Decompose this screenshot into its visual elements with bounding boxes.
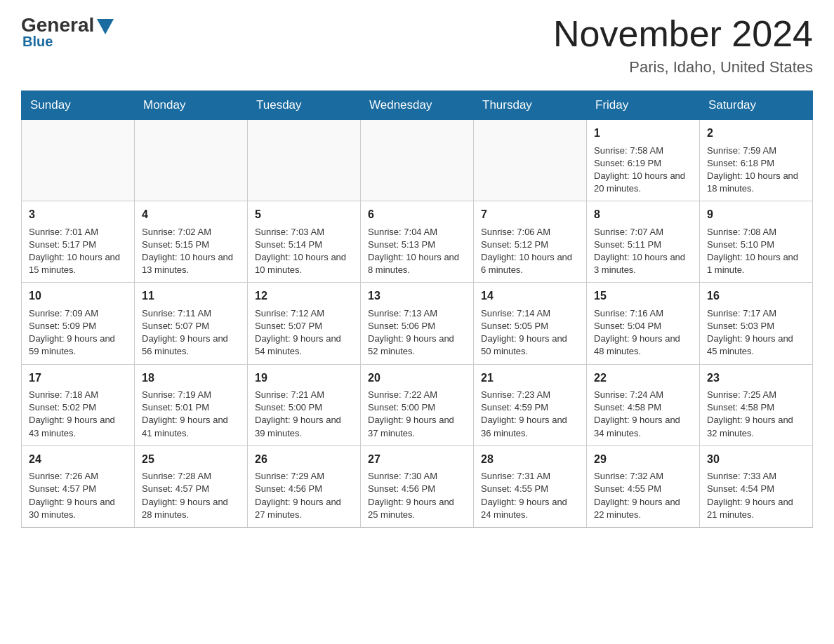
calendar-cell <box>361 120 474 201</box>
day-info: Sunrise: 7:31 AMSunset: 4:55 PMDaylight:… <box>481 470 579 521</box>
calendar-cell: 25Sunrise: 7:28 AMSunset: 4:57 PMDayligh… <box>135 445 248 527</box>
day-info: Sunrise: 7:16 AMSunset: 5:04 PMDaylight:… <box>594 307 692 358</box>
day-number: 15 <box>594 288 692 304</box>
day-number: 8 <box>594 207 692 222</box>
day-info: Sunrise: 7:18 AMSunset: 5:02 PMDaylight:… <box>29 389 127 440</box>
day-info: Sunrise: 7:26 AMSunset: 4:57 PMDaylight:… <box>29 470 127 521</box>
day-info: Sunrise: 7:25 AMSunset: 4:58 PMDaylight:… <box>707 389 805 440</box>
calendar-cell: 12Sunrise: 7:12 AMSunset: 5:07 PMDayligh… <box>248 283 361 364</box>
day-number: 22 <box>594 370 692 386</box>
calendar-cell <box>248 120 361 201</box>
day-info: Sunrise: 7:30 AMSunset: 4:56 PMDaylight:… <box>368 470 466 521</box>
day-number: 2 <box>707 126 805 141</box>
calendar-cell: 21Sunrise: 7:23 AMSunset: 4:59 PMDayligh… <box>474 364 587 445</box>
day-info: Sunrise: 7:17 AMSunset: 5:03 PMDaylight:… <box>707 307 805 358</box>
logo-triangle-icon <box>97 19 114 34</box>
day-info: Sunrise: 7:59 AMSunset: 6:18 PMDaylight:… <box>707 145 805 196</box>
calendar-cell: 9Sunrise: 7:08 AMSunset: 5:10 PMDaylight… <box>700 201 813 283</box>
day-info: Sunrise: 7:03 AMSunset: 5:14 PMDaylight:… <box>255 226 353 277</box>
month-title: November 2024 <box>553 14 813 54</box>
calendar-cell: 3Sunrise: 7:01 AMSunset: 5:17 PMDaylight… <box>22 201 135 283</box>
calendar-cell: 16Sunrise: 7:17 AMSunset: 5:03 PMDayligh… <box>700 283 813 364</box>
day-info: Sunrise: 7:32 AMSunset: 4:55 PMDaylight:… <box>594 470 692 521</box>
day-number: 18 <box>142 370 240 386</box>
day-number: 28 <box>481 452 579 467</box>
day-info: Sunrise: 7:24 AMSunset: 4:58 PMDaylight:… <box>594 389 692 440</box>
day-number: 7 <box>481 207 579 222</box>
day-info: Sunrise: 7:22 AMSunset: 5:00 PMDaylight:… <box>368 389 466 440</box>
day-info: Sunrise: 7:12 AMSunset: 5:07 PMDaylight:… <box>255 307 353 358</box>
day-number: 11 <box>142 288 240 304</box>
logo-blue-text: Blue <box>22 34 53 50</box>
calendar-cell: 2Sunrise: 7:59 AMSunset: 6:18 PMDaylight… <box>700 120 813 201</box>
calendar-week-5: 24Sunrise: 7:26 AMSunset: 4:57 PMDayligh… <box>22 445 813 527</box>
calendar-cell: 1Sunrise: 7:58 AMSunset: 6:19 PMDaylight… <box>587 120 700 201</box>
day-number: 12 <box>255 288 353 304</box>
day-info: Sunrise: 7:29 AMSunset: 4:56 PMDaylight:… <box>255 470 353 521</box>
day-info: Sunrise: 7:08 AMSunset: 5:10 PMDaylight:… <box>707 226 805 277</box>
calendar-cell: 22Sunrise: 7:24 AMSunset: 4:58 PMDayligh… <box>587 364 700 445</box>
day-number: 10 <box>29 288 127 304</box>
page-header: General Blue November 2024 Paris, Idaho,… <box>21 14 813 76</box>
calendar-cell: 17Sunrise: 7:18 AMSunset: 5:02 PMDayligh… <box>22 364 135 445</box>
location-text: Paris, Idaho, United States <box>553 58 813 76</box>
weekday-header-monday: Monday <box>135 91 248 120</box>
day-number: 16 <box>707 288 805 304</box>
calendar-week-3: 10Sunrise: 7:09 AMSunset: 5:09 PMDayligh… <box>22 283 813 364</box>
day-number: 27 <box>368 452 466 467</box>
day-info: Sunrise: 7:09 AMSunset: 5:09 PMDaylight:… <box>29 307 127 358</box>
calendar-week-4: 17Sunrise: 7:18 AMSunset: 5:02 PMDayligh… <box>22 364 813 445</box>
day-number: 19 <box>255 370 353 386</box>
calendar-cell: 24Sunrise: 7:26 AMSunset: 4:57 PMDayligh… <box>22 445 135 527</box>
day-info: Sunrise: 7:33 AMSunset: 4:54 PMDaylight:… <box>707 470 805 521</box>
day-number: 9 <box>707 207 805 222</box>
calendar-cell: 15Sunrise: 7:16 AMSunset: 5:04 PMDayligh… <box>587 283 700 364</box>
day-info: Sunrise: 7:01 AMSunset: 5:17 PMDaylight:… <box>29 226 127 277</box>
day-info: Sunrise: 7:11 AMSunset: 5:07 PMDaylight:… <box>142 307 240 358</box>
day-number: 4 <box>142 207 240 222</box>
day-info: Sunrise: 7:21 AMSunset: 5:00 PMDaylight:… <box>255 389 353 440</box>
day-number: 30 <box>707 452 805 467</box>
calendar-cell: 14Sunrise: 7:14 AMSunset: 5:05 PMDayligh… <box>474 283 587 364</box>
calendar-cell: 13Sunrise: 7:13 AMSunset: 5:06 PMDayligh… <box>361 283 474 364</box>
calendar-cell: 10Sunrise: 7:09 AMSunset: 5:09 PMDayligh… <box>22 283 135 364</box>
day-info: Sunrise: 7:58 AMSunset: 6:19 PMDaylight:… <box>594 145 692 196</box>
calendar-cell: 19Sunrise: 7:21 AMSunset: 5:00 PMDayligh… <box>248 364 361 445</box>
weekday-header-tuesday: Tuesday <box>248 91 361 120</box>
day-number: 29 <box>594 452 692 467</box>
calendar-cell <box>135 120 248 201</box>
calendar-cell: 29Sunrise: 7:32 AMSunset: 4:55 PMDayligh… <box>587 445 700 527</box>
weekday-header-thursday: Thursday <box>474 91 587 120</box>
day-info: Sunrise: 7:06 AMSunset: 5:12 PMDaylight:… <box>481 226 579 277</box>
day-info: Sunrise: 7:19 AMSunset: 5:01 PMDaylight:… <box>142 389 240 440</box>
day-info: Sunrise: 7:28 AMSunset: 4:57 PMDaylight:… <box>142 470 240 521</box>
day-number: 26 <box>255 452 353 467</box>
day-number: 14 <box>481 288 579 304</box>
calendar-cell: 5Sunrise: 7:03 AMSunset: 5:14 PMDaylight… <box>248 201 361 283</box>
weekday-header-saturday: Saturday <box>700 91 813 120</box>
day-number: 6 <box>368 207 466 222</box>
calendar-week-1: 1Sunrise: 7:58 AMSunset: 6:19 PMDaylight… <box>22 120 813 201</box>
calendar-cell <box>474 120 587 201</box>
logo: General Blue <box>21 14 114 50</box>
day-number: 23 <box>707 370 805 386</box>
day-number: 17 <box>29 370 127 386</box>
day-number: 20 <box>368 370 466 386</box>
calendar-cell: 6Sunrise: 7:04 AMSunset: 5:13 PMDaylight… <box>361 201 474 283</box>
calendar-cell: 30Sunrise: 7:33 AMSunset: 4:54 PMDayligh… <box>700 445 813 527</box>
calendar-cell: 23Sunrise: 7:25 AMSunset: 4:58 PMDayligh… <box>700 364 813 445</box>
day-number: 1 <box>594 126 692 141</box>
day-number: 25 <box>142 452 240 467</box>
calendar-cell: 7Sunrise: 7:06 AMSunset: 5:12 PMDaylight… <box>474 201 587 283</box>
weekday-header-friday: Friday <box>587 91 700 120</box>
weekday-header-sunday: Sunday <box>22 91 135 120</box>
calendar-cell: 26Sunrise: 7:29 AMSunset: 4:56 PMDayligh… <box>248 445 361 527</box>
calendar-week-2: 3Sunrise: 7:01 AMSunset: 5:17 PMDaylight… <box>22 201 813 283</box>
calendar-cell: 27Sunrise: 7:30 AMSunset: 4:56 PMDayligh… <box>361 445 474 527</box>
day-info: Sunrise: 7:07 AMSunset: 5:11 PMDaylight:… <box>594 226 692 277</box>
day-number: 24 <box>29 452 127 467</box>
day-info: Sunrise: 7:23 AMSunset: 4:59 PMDaylight:… <box>481 389 579 440</box>
day-number: 21 <box>481 370 579 386</box>
title-section: November 2024 Paris, Idaho, United State… <box>553 14 813 76</box>
calendar-cell <box>22 120 135 201</box>
